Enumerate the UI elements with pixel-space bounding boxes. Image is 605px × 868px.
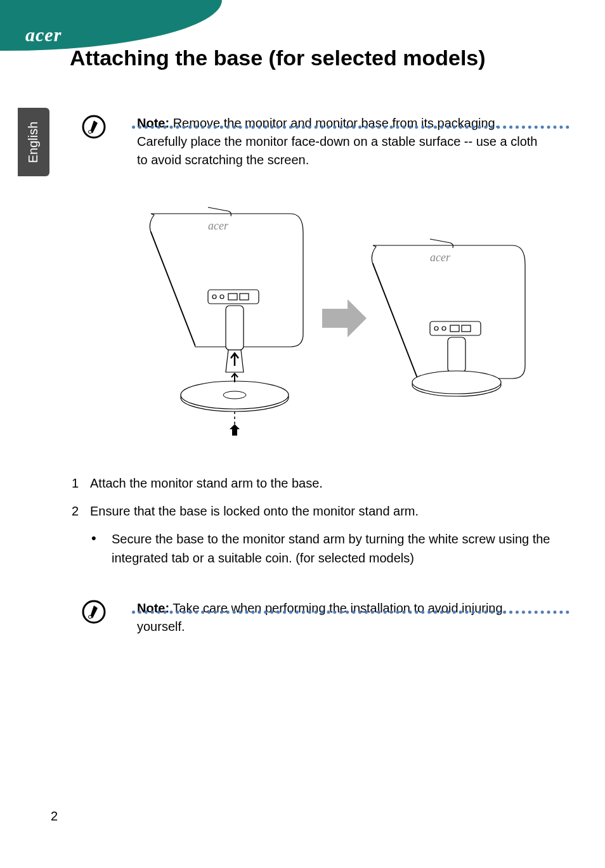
page-title: Attaching the base (for selected models) — [70, 46, 486, 70]
assembly-diagram: acer — [113, 195, 569, 448]
svg-rect-6 — [240, 294, 249, 300]
svg-rect-15 — [450, 325, 459, 332]
step-2: 2 Ensure that the base is locked onto th… — [58, 502, 569, 521]
svg-rect-5 — [228, 294, 237, 300]
note-text-1: Note: Remove the monitor and monitor bas… — [137, 114, 543, 169]
svg-text:acer: acer — [430, 251, 451, 264]
svg-point-19 — [412, 371, 501, 394]
note-text-2: Note: Take care when performing the inst… — [137, 599, 543, 636]
bullet-dot: • — [91, 529, 103, 567]
svg-point-11 — [223, 391, 246, 399]
step-number: 2 — [58, 502, 79, 521]
note-icon — [81, 599, 107, 625]
note-body: Take care when performing the installati… — [137, 601, 503, 633]
svg-point-22 — [89, 616, 92, 619]
dotted-divider — [132, 126, 569, 129]
step-text: Ensure that the base is locked onto the … — [90, 502, 569, 521]
step-2-bullet: • Secure the base to the monitor stand a… — [91, 529, 569, 567]
svg-point-4 — [220, 295, 224, 299]
svg-point-3 — [212, 295, 216, 299]
svg-rect-16 — [462, 325, 471, 332]
bullet-text: Secure the base to the monitor stand arm… — [112, 529, 569, 567]
step-text: Attach the monitor stand arm to the base… — [90, 474, 569, 493]
note-block-2: Note: Take care when performing the inst… — [81, 599, 569, 636]
page-number: 2 — [51, 809, 58, 824]
note-block-1: Note: Remove the monitor and monitor bas… — [81, 114, 569, 169]
brand-logo: acer — [25, 24, 62, 46]
svg-point-1 — [89, 131, 92, 134]
svg-rect-17 — [448, 337, 465, 372]
note-body: Remove the monitor and monitor base from… — [137, 116, 537, 167]
dotted-divider — [132, 611, 569, 614]
svg-rect-8 — [226, 306, 244, 350]
language-tab: English — [18, 108, 49, 176]
step-1: 1 Attach the monitor stand arm to the ba… — [58, 474, 569, 493]
steps-list: 1 Attach the monitor stand arm to the ba… — [58, 474, 569, 567]
step-number: 1 — [58, 474, 79, 493]
language-label: English — [27, 121, 41, 163]
svg-point-13 — [434, 327, 438, 330]
svg-text:acer: acer — [208, 219, 229, 232]
note-icon — [81, 114, 107, 139]
svg-point-14 — [442, 327, 446, 330]
